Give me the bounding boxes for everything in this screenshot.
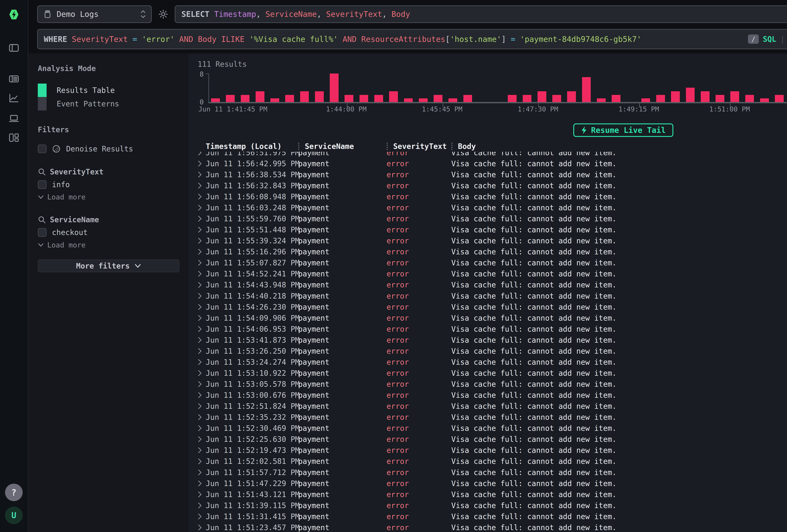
table-row[interactable]: Jun 11 1:51:39.115 PMpaymenterrorVisa ca…	[198, 500, 787, 511]
histogram-plot-area[interactable]: 8 0	[208, 73, 787, 103]
histogram-bar[interactable]	[730, 91, 739, 102]
histogram-bar[interactable]	[404, 98, 413, 102]
histogram-bar[interactable]	[716, 95, 724, 102]
row-expand-chevron-icon[interactable]	[198, 425, 206, 431]
row-expand-chevron-icon[interactable]	[198, 193, 206, 200]
histogram-bar[interactable]	[552, 95, 561, 102]
column-resize-grip[interactable]	[298, 143, 299, 150]
histogram-bar[interactable]	[597, 98, 606, 102]
row-expand-chevron-icon[interactable]	[198, 160, 206, 167]
row-expand-chevron-icon[interactable]	[198, 215, 206, 222]
row-expand-chevron-icon[interactable]	[198, 171, 206, 178]
load-more-servicename[interactable]: Load more	[38, 240, 179, 250]
histogram-bar[interactable]	[760, 98, 769, 102]
histogram-bar[interactable]	[448, 98, 457, 102]
table-row[interactable]: Jun 11 1:53:26.250 PMpaymenterrorVisa ca…	[198, 345, 787, 357]
gear-icon[interactable]	[156, 5, 171, 23]
filter-checkbox[interactable]	[38, 228, 47, 237]
row-expand-chevron-icon[interactable]	[198, 271, 206, 277]
table-row[interactable]: Jun 11 1:51:31.415 PMpaymenterrorVisa ca…	[198, 511, 787, 522]
histogram-bar[interactable]	[463, 95, 472, 102]
histogram-bar[interactable]	[671, 91, 680, 102]
panel-icon[interactable]	[8, 42, 20, 54]
row-expand-chevron-icon[interactable]	[198, 458, 206, 465]
histogram-bar[interactable]	[537, 91, 546, 102]
table-row[interactable]: Jun 11 1:54:43.948 PMpaymenterrorVisa ca…	[198, 279, 787, 291]
histogram-bar[interactable]	[775, 95, 784, 102]
row-expand-chevron-icon[interactable]	[198, 293, 206, 299]
load-more-severitytext[interactable]: Load more	[38, 192, 179, 202]
histogram-bar[interactable]	[523, 95, 532, 102]
search-icon[interactable]	[38, 168, 46, 176]
col-header-timestamp[interactable]: Timestamp (Local)	[206, 142, 298, 151]
hyperdx-logo-icon[interactable]	[6, 7, 22, 22]
histogram-bar[interactable]	[389, 91, 398, 102]
filter-option-info[interactable]: info	[38, 179, 179, 190]
histogram-bar[interactable]	[686, 88, 695, 102]
table-row[interactable]: Jun 11 1:52:19.473 PMpaymenterrorVisa ca…	[198, 445, 787, 456]
table-row[interactable]: Jun 11 1:51:43.121 PMpaymenterrorVisa ca…	[198, 489, 787, 500]
col-header-severitytext[interactable]: SeverityText	[387, 142, 451, 151]
table-row[interactable]: Jun 11 1:56:38.534 PMpaymenterrorVisa ca…	[198, 169, 787, 180]
row-expand-chevron-icon[interactable]	[198, 326, 206, 333]
row-expand-chevron-icon[interactable]	[198, 392, 206, 399]
histogram-bar[interactable]	[419, 98, 428, 102]
row-expand-chevron-icon[interactable]	[198, 226, 206, 233]
histogram-bar[interactable]	[374, 95, 383, 102]
select-query-input[interactable]: SELECT Timestamp, ServiceName, SeverityT…	[175, 5, 787, 23]
table-row[interactable]: Jun 11 1:52:30.469 PMpaymenterrorVisa ca…	[198, 423, 787, 434]
histogram-bar[interactable]	[701, 91, 709, 102]
row-expand-chevron-icon[interactable]	[198, 403, 206, 409]
histogram-bar[interactable]	[271, 98, 279, 102]
table-row[interactable]: Jun 11 1:56:08.948 PMpaymenterrorVisa ca…	[198, 191, 787, 202]
table-row[interactable]: Jun 11 1:54:06.953 PMpaymenterrorVisa ca…	[198, 323, 787, 335]
histogram-bar[interactable]	[226, 95, 235, 102]
histogram-bar[interactable]	[241, 95, 250, 102]
histogram-bar[interactable]	[434, 95, 443, 102]
table-row[interactable]: Jun 11 1:56:42.995 PMpaymenterrorVisa ca…	[198, 158, 787, 169]
table-row[interactable]: Jun 11 1:53:41.873 PMpaymenterrorVisa ca…	[198, 335, 787, 345]
dashboard-icon[interactable]	[8, 132, 20, 144]
row-expand-chevron-icon[interactable]	[198, 414, 206, 421]
row-expand-chevron-icon[interactable]	[198, 513, 206, 520]
mode-item-results-table[interactable]: Results Table	[38, 84, 179, 97]
table-row[interactable]: Jun 11 1:56:03.248 PMpaymenterrorVisa ca…	[198, 202, 787, 213]
table-row[interactable]: Jun 11 1:52:02.581 PMpaymenterrorVisa ca…	[198, 456, 787, 467]
row-expand-chevron-icon[interactable]	[198, 204, 206, 211]
table-row[interactable]: Jun 11 1:55:07.827 PMpaymenterrorVisa ca…	[198, 257, 787, 268]
source-select[interactable]: Demo Logs	[37, 5, 152, 23]
denoise-results-row[interactable]: Denoise Results	[38, 143, 179, 154]
table-row[interactable]: Jun 11 1:54:26.230 PMpaymenterrorVisa ca…	[198, 301, 787, 313]
histogram-bar[interactable]	[360, 95, 368, 102]
histogram-bar[interactable]	[582, 77, 591, 102]
row-expand-chevron-icon[interactable]	[198, 259, 206, 266]
row-expand-chevron-icon[interactable]	[198, 491, 206, 498]
filter-option-checkout[interactable]: checkout	[38, 227, 179, 238]
row-expand-chevron-icon[interactable]	[198, 348, 206, 355]
table-row[interactable]: Jun 11 1:52:35.232 PMpaymenterrorVisa ca…	[198, 412, 787, 423]
histogram-bar[interactable]	[315, 91, 324, 102]
histogram-bar[interactable]	[641, 98, 650, 102]
table-row[interactable]: Jun 11 1:53:05.578 PMpaymenterrorVisa ca…	[198, 379, 787, 389]
mode-item-event-patterns[interactable]: Event Patterns	[38, 97, 179, 110]
denoise-checkbox[interactable]	[38, 145, 47, 153]
table-row[interactable]: Jun 11 1:52:25.630 PMpaymenterrorVisa ca…	[198, 434, 787, 445]
table-row[interactable]: Jun 11 1:55:16.296 PMpaymenterrorVisa ca…	[198, 246, 787, 257]
histogram-bar[interactable]	[211, 98, 220, 102]
table-row[interactable]: Jun 11 1:53:10.922 PMpaymenterrorVisa ca…	[198, 367, 787, 379]
table-row[interactable]: Jun 11 1:51:47.229 PMpaymenterrorVisa ca…	[198, 478, 787, 489]
column-resize-grip[interactable]	[387, 143, 388, 150]
filter-checkbox[interactable]	[38, 180, 47, 189]
table-row[interactable]: Jun 11 1:52:51.824 PMpaymenterrorVisa ca…	[198, 401, 787, 412]
row-expand-chevron-icon[interactable]	[198, 237, 206, 244]
col-header-servicename[interactable]: ServiceName	[298, 142, 386, 151]
col-header-body[interactable]: Body	[451, 142, 787, 151]
laptop-icon[interactable]	[8, 112, 20, 124]
row-expand-chevron-icon[interactable]	[198, 304, 206, 311]
histogram-bar[interactable]	[612, 95, 620, 102]
histogram-bar[interactable]	[285, 95, 294, 102]
sql-toggle[interactable]: SQL	[763, 35, 776, 43]
table-row[interactable]: Jun 11 1:55:59.760 PMpaymenterrorVisa ca…	[198, 213, 787, 224]
table-row[interactable]: Jun 11 1:53:24.274 PMpaymenterrorVisa ca…	[198, 357, 787, 367]
line-chart-icon[interactable]	[8, 92, 20, 105]
